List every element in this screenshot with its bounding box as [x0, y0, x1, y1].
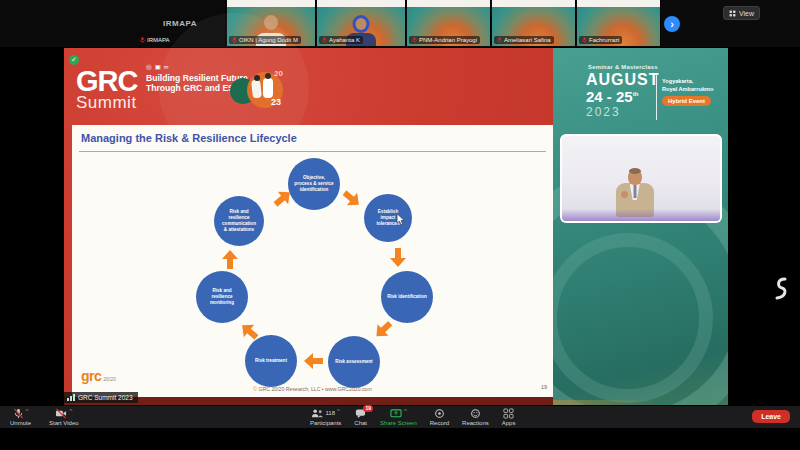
chevron-up-icon[interactable]: ^: [337, 408, 340, 415]
video-filmstrip: IRMAPA IRMAPA OIKN | Agung Dodit M Ayaha…: [0, 0, 800, 47]
chevron-up-icon[interactable]: ^: [404, 408, 407, 415]
lifecycle-step: Risk and resilience communication & atte…: [214, 196, 264, 246]
participant-nameplate: PNM-Andrian Prayogi: [409, 36, 480, 44]
presentation-slide: Managing the Risk & Resilience Lifecycle…: [72, 125, 553, 397]
grc-summit-logo: GRC Summit: [76, 69, 137, 112]
lifecycle-step: Objective, process & service identificat…: [288, 158, 340, 210]
chat-badge: 19: [363, 405, 373, 412]
cycle-arrow-icon: [389, 248, 407, 268]
zoom-toolbar: ^ Unmute ^ Start Video 118 ^ Participant: [0, 405, 800, 428]
lifecycle-step: Risk identification: [381, 271, 433, 323]
cycle-arrow-icon: [339, 186, 366, 213]
participant-tile[interactable]: Ameliasari Safina: [492, 0, 576, 46]
event-location: Yogyakarta, Royal Ambarrukmo: [662, 78, 713, 93]
chevron-up-icon[interactable]: ^: [26, 408, 29, 415]
meta-icon: ∞: [164, 63, 169, 71]
participants-count: 118: [325, 410, 335, 416]
participant-tile[interactable]: Ayahanta K: [317, 0, 406, 46]
toolbar-center-group: 118 ^ Participants 19 Chat ^ Share Scree…: [310, 408, 515, 426]
check-icon: ✓: [69, 55, 79, 65]
muted-mic-icon: [412, 37, 417, 43]
lifecycle-step: Risk and resilience monitoring: [196, 271, 248, 323]
reactions-icon: [470, 408, 481, 419]
hybrid-event-badge: Hybrid Event: [662, 96, 711, 106]
chevron-up-icon[interactable]: ^: [69, 408, 72, 415]
lifecycle-step: Risk treatment: [245, 335, 297, 387]
cycle-arrow-icon: [303, 352, 323, 370]
speaker-video: [560, 134, 722, 223]
zoom-meeting-window: IRMAPA IRMAPA OIKN | Agung Dodit M Ayaha…: [0, 0, 800, 450]
record-icon: [434, 408, 445, 419]
muted-mic-icon: [582, 37, 587, 43]
muted-mic-icon: [140, 37, 145, 43]
event-info-panel: Seminar & Masterclass AUGUST 24 - 25th 2…: [553, 48, 728, 409]
participants-button[interactable]: 118 ^ Participants: [310, 408, 341, 426]
slide-footer: © GRC 20/20 Research, LLC • www.GRC2020.…: [72, 386, 553, 392]
lifecycle-step: Risk assessment: [328, 336, 380, 388]
start-video-button[interactable]: ^ Start Video: [49, 408, 79, 426]
muted-mic-icon: [497, 37, 502, 43]
event-type: Seminar & Masterclass: [588, 64, 658, 70]
divider: [656, 75, 657, 120]
record-button[interactable]: Record: [430, 408, 449, 426]
signal-bars-icon: [67, 394, 75, 401]
muted-mic-icon: [322, 37, 327, 43]
event-year: 2023: [586, 105, 621, 119]
view-button[interactable]: View: [723, 6, 760, 20]
share-screen-button[interactable]: ^ Share Screen: [380, 408, 417, 426]
instagram-icon: ◎: [146, 63, 152, 71]
muted-mic-icon: [13, 408, 24, 419]
event-artwork: 20 23: [230, 68, 288, 120]
watermark-logo: [770, 277, 790, 301]
view-grid-icon: [729, 10, 736, 17]
grc2020-logo: grc20/20: [81, 368, 116, 384]
leave-button[interactable]: Leave: [752, 410, 790, 423]
mouse-cursor-icon: [396, 213, 406, 227]
social-icons: ◎ ▣ ∞: [146, 63, 168, 71]
cycle-arrow-icon: [370, 317, 397, 344]
slide-header-banner: ✓ GRC Summit ◎ ▣ ∞ Building Resilient Fu…: [64, 48, 553, 409]
event-month: AUGUST: [586, 71, 660, 89]
toolbar-left-group: ^ Unmute ^ Start Video: [10, 408, 79, 426]
chevron-right-icon: ›: [670, 18, 674, 30]
slide-page-number: 19: [541, 384, 547, 390]
share-screen-icon: [390, 408, 402, 419]
participant-nameplate: Ameliasari Safina: [494, 36, 554, 44]
slide-title: Managing the Risk & Resilience Lifecycle: [81, 132, 297, 144]
participants-icon: [311, 408, 323, 419]
cycle-arrow-icon: [221, 249, 239, 269]
speaker-video-frame: [562, 136, 720, 221]
unmute-button[interactable]: ^ Unmute: [10, 408, 31, 426]
reactions-button[interactable]: Reactions: [462, 408, 489, 426]
shared-screen: ✓ GRC Summit ◎ ▣ ∞ Building Resilient Fu…: [64, 48, 728, 409]
participant-tile[interactable]: PNM-Andrian Prayogi: [407, 0, 491, 46]
participant-nameplate: Fachrurrazi: [579, 36, 622, 44]
participant-tile[interactable]: Fachrurrazi: [577, 0, 661, 46]
facebook-icon: ▣: [155, 63, 161, 71]
stage-light-glow: [562, 209, 720, 221]
apps-icon: [503, 408, 514, 419]
participant-nameplate: IRMAPA: [137, 36, 173, 44]
next-videos-button[interactable]: ›: [664, 16, 680, 32]
chat-button[interactable]: 19 Chat: [354, 408, 367, 426]
share-source-label: GRC Summit 2023: [64, 392, 138, 403]
video-off-icon: [55, 408, 67, 419]
event-dates: 24 - 25th: [586, 88, 638, 105]
apps-button[interactable]: Apps: [502, 408, 516, 426]
participant-nameplate: Ayahanta K: [319, 36, 363, 44]
main-stage: ✓ GRC Summit ◎ ▣ ∞ Building Resilient Fu…: [0, 47, 800, 410]
title-underline: [79, 151, 546, 152]
